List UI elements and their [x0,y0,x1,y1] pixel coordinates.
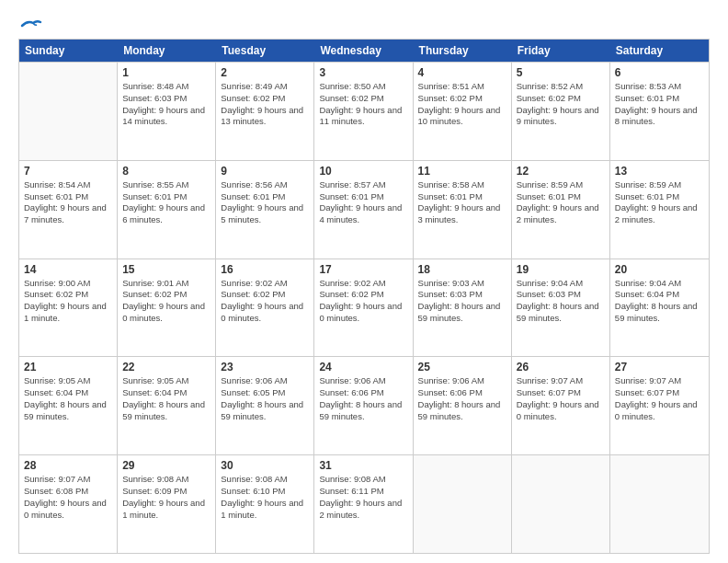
cell-date-number: 7 [24,165,112,178]
cell-sun-info: Sunrise: 9:06 AMSunset: 6:06 PMDaylight:… [319,375,407,422]
cell-date-number: 13 [615,165,704,178]
cell-date-number: 18 [418,263,506,276]
cell-sun-info: Sunrise: 8:48 AMSunset: 6:03 PMDaylight:… [122,81,210,128]
cell-sun-info: Sunrise: 9:08 AMSunset: 6:10 PMDaylight:… [221,474,309,521]
calendar-cell: 14Sunrise: 9:00 AMSunset: 6:02 PMDayligh… [19,259,118,357]
calendar-row-1: 1Sunrise: 8:48 AMSunset: 6:03 PMDaylight… [19,62,709,160]
cell-sun-info: Sunrise: 8:58 AMSunset: 6:01 PMDaylight:… [418,179,506,226]
calendar-grid: SundayMondayTuesdayWednesdayThursdayFrid… [18,39,710,554]
calendar-cell: 22Sunrise: 9:05 AMSunset: 6:04 PMDayligh… [118,357,216,454]
cell-sun-info: Sunrise: 9:07 AMSunset: 6:07 PMDaylight:… [615,375,704,422]
calendar-row-3: 14Sunrise: 9:00 AMSunset: 6:02 PMDayligh… [19,259,709,357]
cell-sun-info: Sunrise: 9:06 AMSunset: 6:06 PMDaylight:… [418,375,506,422]
cell-date-number: 11 [418,165,506,178]
cell-sun-info: Sunrise: 9:04 AMSunset: 6:03 PMDaylight:… [517,278,605,325]
calendar-cell: 4Sunrise: 8:51 AMSunset: 6:02 PMDaylight… [414,63,512,160]
cell-sun-info: Sunrise: 8:57 AMSunset: 6:01 PMDaylight:… [319,179,407,226]
cell-sun-info: Sunrise: 9:05 AMSunset: 6:04 PMDaylight:… [122,375,210,422]
calendar-cell [19,63,118,160]
calendar-row-4: 21Sunrise: 9:05 AMSunset: 6:04 PMDayligh… [19,356,709,454]
calendar-cell: 15Sunrise: 9:01 AMSunset: 6:02 PMDayligh… [118,259,216,357]
calendar-row-2: 7Sunrise: 8:54 AMSunset: 6:01 PMDaylight… [19,160,709,259]
cell-date-number: 28 [24,459,112,472]
calendar-cell: 26Sunrise: 9:07 AMSunset: 6:07 PMDayligh… [512,357,610,454]
cell-sun-info: Sunrise: 8:52 AMSunset: 6:02 PMDaylight:… [517,81,605,128]
cell-date-number: 1 [122,66,210,79]
cell-sun-info: Sunrise: 8:54 AMSunset: 6:01 PMDaylight:… [24,179,112,226]
cell-sun-info: Sunrise: 9:07 AMSunset: 6:07 PMDaylight:… [517,375,605,422]
cell-sun-info: Sunrise: 8:50 AMSunset: 6:02 PMDaylight:… [319,81,407,128]
cell-date-number: 2 [221,66,309,79]
cell-sun-info: Sunrise: 8:55 AMSunset: 6:01 PMDaylight:… [122,179,210,226]
cell-sun-info: Sunrise: 8:49 AMSunset: 6:02 PMDaylight:… [221,81,309,128]
cell-sun-info: Sunrise: 8:51 AMSunset: 6:02 PMDaylight:… [418,81,506,128]
cell-date-number: 10 [319,165,407,178]
calendar-cell: 11Sunrise: 8:58 AMSunset: 6:01 PMDayligh… [414,161,512,259]
cell-date-number: 24 [319,361,407,373]
cell-sun-info: Sunrise: 9:01 AMSunset: 6:02 PMDaylight:… [122,278,210,325]
cell-sun-info: Sunrise: 9:02 AMSunset: 6:02 PMDaylight:… [221,278,309,325]
header-day-wednesday: Wednesday [314,40,413,62]
calendar-cell: 23Sunrise: 9:06 AMSunset: 6:05 PMDayligh… [216,357,314,454]
calendar-cell [512,455,610,553]
cell-date-number: 6 [615,66,704,79]
cell-date-number: 27 [615,361,704,373]
cell-sun-info: Sunrise: 9:05 AMSunset: 6:04 PMDaylight:… [24,375,112,422]
calendar-cell: 9Sunrise: 8:56 AMSunset: 6:01 PMDaylight… [216,161,314,259]
calendar-cell: 27Sunrise: 9:07 AMSunset: 6:07 PMDayligh… [610,357,709,454]
calendar-cell [610,455,709,553]
calendar-header: SundayMondayTuesdayWednesdayThursdayFrid… [19,40,709,62]
cell-sun-info: Sunrise: 8:53 AMSunset: 6:01 PMDaylight:… [615,81,704,128]
calendar-row-5: 28Sunrise: 9:07 AMSunset: 6:08 PMDayligh… [19,454,709,553]
cell-date-number: 29 [122,459,210,472]
calendar-cell: 13Sunrise: 8:59 AMSunset: 6:01 PMDayligh… [610,161,709,259]
calendar-cell: 2Sunrise: 8:49 AMSunset: 6:02 PMDaylight… [216,63,314,160]
calendar-cell [414,455,512,553]
cell-sun-info: Sunrise: 9:06 AMSunset: 6:05 PMDaylight:… [221,375,309,422]
cell-date-number: 5 [517,66,605,79]
calendar-cell: 19Sunrise: 9:04 AMSunset: 6:03 PMDayligh… [512,259,610,357]
calendar-cell: 5Sunrise: 8:52 AMSunset: 6:02 PMDaylight… [512,63,610,160]
calendar-cell: 28Sunrise: 9:07 AMSunset: 6:08 PMDayligh… [19,455,118,553]
header-day-tuesday: Tuesday [216,40,314,62]
header-day-thursday: Thursday [414,40,512,62]
cell-sun-info: Sunrise: 8:59 AMSunset: 6:01 PMDaylight:… [615,179,704,226]
calendar-cell: 6Sunrise: 8:53 AMSunset: 6:01 PMDaylight… [610,63,709,160]
calendar-cell: 8Sunrise: 8:55 AMSunset: 6:01 PMDaylight… [118,161,216,259]
calendar-cell: 29Sunrise: 9:08 AMSunset: 6:09 PMDayligh… [118,455,216,553]
calendar-cell: 7Sunrise: 8:54 AMSunset: 6:01 PMDaylight… [19,161,118,259]
header-day-friday: Friday [512,40,610,62]
header-day-monday: Monday [118,40,216,62]
cell-sun-info: Sunrise: 8:56 AMSunset: 6:01 PMDaylight:… [221,179,309,226]
cell-sun-info: Sunrise: 9:07 AMSunset: 6:08 PMDaylight:… [24,474,112,521]
header [18,17,710,29]
calendar-cell: 12Sunrise: 8:59 AMSunset: 6:01 PMDayligh… [512,161,610,259]
cell-sun-info: Sunrise: 9:08 AMSunset: 6:09 PMDaylight:… [122,474,210,521]
cell-sun-info: Sunrise: 9:08 AMSunset: 6:11 PMDaylight:… [319,474,407,521]
calendar-page: SundayMondayTuesdayWednesdayThursdayFrid… [0,0,728,563]
cell-date-number: 21 [24,361,112,373]
cell-sun-info: Sunrise: 8:59 AMSunset: 6:01 PMDaylight:… [517,179,605,226]
cell-date-number: 15 [122,263,210,276]
calendar-cell: 18Sunrise: 9:03 AMSunset: 6:03 PMDayligh… [414,259,512,357]
calendar-cell: 31Sunrise: 9:08 AMSunset: 6:11 PMDayligh… [314,455,413,553]
cell-sun-info: Sunrise: 9:03 AMSunset: 6:03 PMDaylight:… [418,278,506,325]
logo-bird-icon [20,18,42,33]
calendar-cell: 17Sunrise: 9:02 AMSunset: 6:02 PMDayligh… [314,259,413,357]
cell-date-number: 8 [122,165,210,178]
cell-date-number: 22 [122,361,210,373]
cell-date-number: 16 [221,263,309,276]
cell-date-number: 25 [418,361,506,373]
cell-date-number: 12 [517,165,605,178]
cell-sun-info: Sunrise: 9:04 AMSunset: 6:04 PMDaylight:… [615,278,704,325]
cell-date-number: 17 [319,263,407,276]
calendar-cell: 21Sunrise: 9:05 AMSunset: 6:04 PMDayligh… [19,357,118,454]
calendar-body: 1Sunrise: 8:48 AMSunset: 6:03 PMDaylight… [19,62,709,553]
cell-date-number: 9 [221,165,309,178]
logo [18,17,42,29]
cell-date-number: 26 [517,361,605,373]
calendar-cell: 30Sunrise: 9:08 AMSunset: 6:10 PMDayligh… [216,455,314,553]
header-day-sunday: Sunday [19,40,118,62]
header-day-saturday: Saturday [610,40,709,62]
calendar-cell: 20Sunrise: 9:04 AMSunset: 6:04 PMDayligh… [610,259,709,357]
